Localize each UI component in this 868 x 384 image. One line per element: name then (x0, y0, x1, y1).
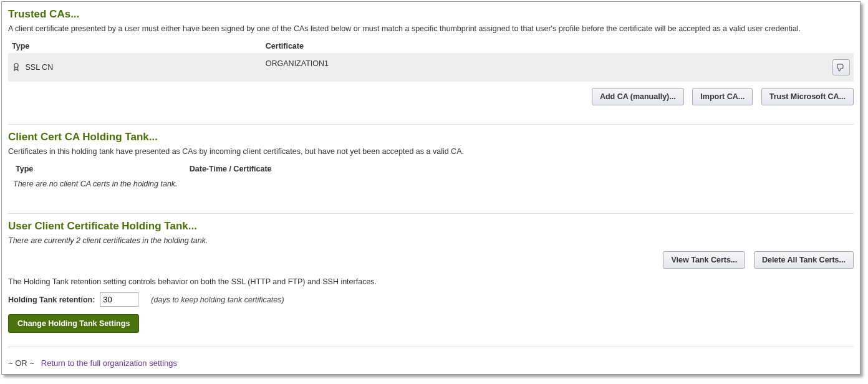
col-certificate: Certificate (262, 39, 854, 53)
trust-ms-ca-button[interactable]: Trust Microsoft CA... (761, 88, 854, 105)
retention-hint: (days to keep holding tank certificates) (151, 295, 284, 304)
col-date-certificate: Date-Time / Certificate (186, 162, 854, 176)
add-ca-button[interactable]: Add CA (manually)... (592, 88, 684, 105)
trusted-cas-buttons: Add CA (manually)... Import CA... Trust … (8, 88, 854, 105)
client-cert-ca-holding-title: Client Cert CA Holding Tank... (8, 131, 854, 143)
retention-description: The Holding Tank retention setting contr… (8, 277, 854, 286)
return-link[interactable]: Return to the full organization settings (41, 358, 177, 368)
certificate-icon (12, 62, 21, 73)
row-type-value: SSL CN (25, 62, 53, 71)
table-row: SSL CN ORGANIZATION1 (8, 53, 854, 82)
view-tank-certs-button[interactable]: View Tank Certs... (663, 251, 745, 269)
divider (8, 124, 854, 125)
retention-label: Holding Tank retention: (8, 295, 95, 304)
settings-page: Trusted CAs... A client certificate pres… (1, 1, 861, 375)
user-cert-holding-buttons: View Tank Certs... Delete All Tank Certs… (8, 251, 854, 269)
col-type: Type (8, 39, 262, 53)
divider (8, 213, 854, 214)
holding-ca-empty-message: There are no client CA certs in the hold… (8, 176, 854, 192)
user-cert-holding-status: There are currently 2 client certificate… (8, 236, 854, 245)
client-cert-ca-holding-description: Certificates in this holding tank have p… (8, 147, 854, 156)
user-cert-holding-title: User Client Certificate Holding Tank... (8, 220, 854, 233)
trusted-cas-title: Trusted CAs... (8, 8, 854, 21)
trusted-cas-table: Type Certificate SSL CN ORGANIZATION1 (8, 39, 854, 82)
retention-input[interactable] (100, 292, 138, 307)
retention-row: Holding Tank retention: (days to keep ho… (8, 292, 854, 307)
thumbs-down-icon (837, 63, 846, 72)
change-holding-tank-settings-button[interactable]: Change Holding Tank Settings (8, 314, 139, 333)
trusted-cas-description: A client certificate presented by a user… (8, 24, 854, 33)
footer-row: ~ OR ~ Return to the full organization s… (8, 358, 854, 368)
divider (8, 347, 854, 347)
holding-ca-table: Type Date-Time / Certificate (8, 162, 854, 176)
svg-point-0 (14, 63, 18, 67)
remove-ca-button[interactable] (832, 59, 850, 75)
import-ca-button[interactable]: Import CA... (692, 88, 753, 105)
delete-all-tank-certs-button[interactable]: Delete All Tank Certs... (754, 251, 854, 269)
row-cert-value: ORGANIZATION1 (266, 59, 329, 68)
or-text: ~ OR ~ (8, 358, 34, 368)
col-type: Type (8, 162, 186, 176)
